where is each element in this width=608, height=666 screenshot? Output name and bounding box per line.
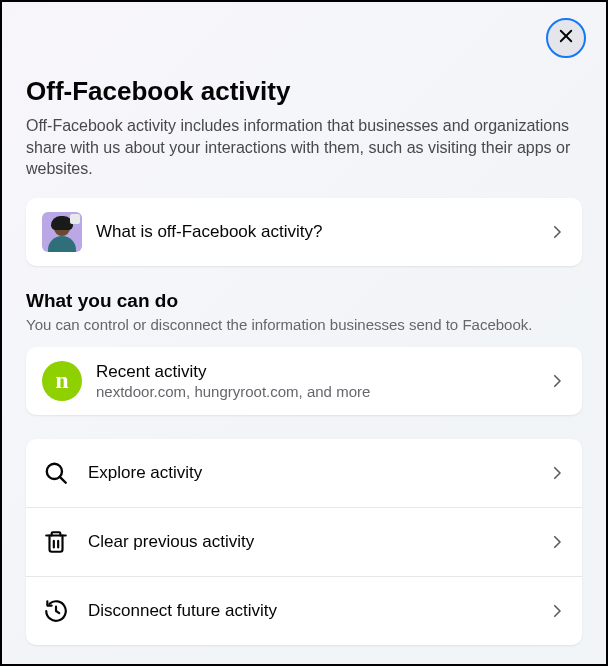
- avatar-icon: [42, 212, 82, 252]
- chevron-right-icon: [548, 223, 566, 241]
- chevron-right-icon: [548, 602, 566, 620]
- search-icon: [42, 453, 70, 493]
- recent-activity-subtitle: nextdoor.com, hungryroot.com, and more: [96, 383, 540, 400]
- explainer-card: What is off-Facebook activity?: [26, 198, 582, 266]
- chevron-right-icon: [548, 464, 566, 482]
- history-off-icon: [42, 591, 70, 631]
- chevron-right-icon: [548, 533, 566, 551]
- disconnect-future-activity-row[interactable]: Disconnect future activity: [26, 576, 582, 645]
- what-is-off-fb-row[interactable]: What is off-Facebook activity?: [26, 198, 582, 266]
- svg-line-3: [60, 477, 66, 483]
- close-icon: [557, 27, 575, 49]
- actions-card: Explore activity Clear previous activity: [26, 439, 582, 645]
- disconnect-future-label: Disconnect future activity: [88, 601, 540, 621]
- recent-activity-card: n Recent activity nextdoor.com, hungryro…: [26, 347, 582, 415]
- clear-previous-activity-row[interactable]: Clear previous activity: [26, 507, 582, 576]
- nextdoor-icon: n: [42, 361, 82, 401]
- recent-activity-title: Recent activity: [96, 362, 540, 382]
- page-description: Off-Facebook activity includes informati…: [26, 115, 582, 180]
- explore-activity-row[interactable]: Explore activity: [26, 439, 582, 507]
- explore-activity-label: Explore activity: [88, 463, 540, 483]
- trash-icon: [42, 522, 70, 562]
- chevron-right-icon: [548, 372, 566, 390]
- page-title: Off-Facebook activity: [26, 76, 582, 107]
- recent-activity-row[interactable]: n Recent activity nextdoor.com, hungryro…: [26, 347, 582, 415]
- close-button[interactable]: [546, 18, 586, 58]
- section-title: What you can do: [26, 290, 582, 312]
- section-subtitle: You can control or disconnect the inform…: [26, 316, 582, 333]
- explainer-label: What is off-Facebook activity?: [96, 222, 540, 242]
- clear-previous-label: Clear previous activity: [88, 532, 540, 552]
